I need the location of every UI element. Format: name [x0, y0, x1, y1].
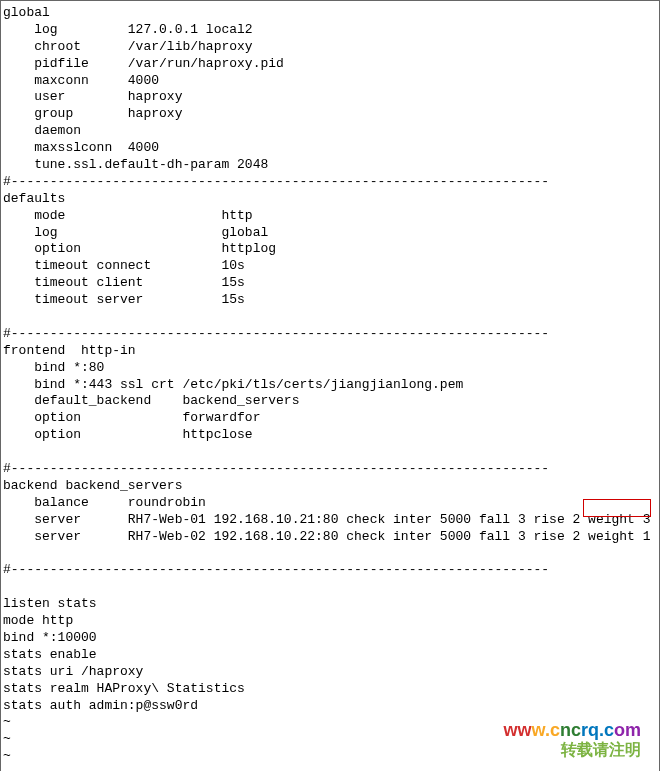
section-global-line: chroot /var/lib/haproxy	[3, 39, 657, 56]
section-global-line: user haproxy	[3, 89, 657, 106]
section-defaults-line: timeout connect 10s	[3, 258, 657, 275]
section-defaults-header: defaults	[3, 191, 657, 208]
blank-line	[3, 444, 657, 461]
vim-empty-line: ~	[3, 714, 657, 731]
section-defaults-line: log global	[3, 225, 657, 242]
section-listen-line: listen stats	[3, 596, 657, 613]
section-defaults-line: timeout client 15s	[3, 275, 657, 292]
blank-line	[3, 579, 657, 596]
blank-line	[3, 546, 657, 563]
section-listen-line: stats enable	[3, 647, 657, 664]
vim-empty-line: ~	[3, 731, 657, 748]
section-global-header: global	[3, 5, 657, 22]
section-global-line: log 127.0.0.1 local2	[3, 22, 657, 39]
config-file-view: global log 127.0.0.1 local2 chroot /var/…	[0, 0, 660, 771]
section-backend-line: balance roundrobin	[3, 495, 657, 512]
section-global-line: maxconn 4000	[3, 73, 657, 90]
section-frontend-line: option httpclose	[3, 427, 657, 444]
section-frontend-line: bind *:443 ssl crt /etc/pki/tls/certs/ji…	[3, 377, 657, 394]
section-global-line: maxsslconn 4000	[3, 140, 657, 157]
section-listen-line: mode http	[3, 613, 657, 630]
section-backend-line: server RH7-Web-02 192.168.10.22:80 check…	[3, 529, 657, 546]
section-global-line: daemon	[3, 123, 657, 140]
section-backend-line: server RH7-Web-01 192.168.10.21:80 check…	[3, 512, 657, 529]
section-defaults-line: timeout server 15s	[3, 292, 657, 309]
section-defaults-line: option httplog	[3, 241, 657, 258]
section-global-line: tune.ssl.default-dh-param 2048	[3, 157, 657, 174]
separator: #---------------------------------------…	[3, 174, 657, 191]
blank-line	[3, 309, 657, 326]
vim-empty-line: ~	[3, 748, 657, 765]
section-backend-header: backend backend_servers	[3, 478, 657, 495]
section-frontend-header: frontend http-in	[3, 343, 657, 360]
section-frontend-line: option forwardfor	[3, 410, 657, 427]
section-global-line: pidfile /var/run/haproxy.pid	[3, 56, 657, 73]
section-listen-line: stats uri /haproxy	[3, 664, 657, 681]
section-global-line: group haproxy	[3, 106, 657, 123]
section-frontend-line: bind *:80	[3, 360, 657, 377]
section-listen-line: stats realm HAProxy\ Statistics	[3, 681, 657, 698]
section-listen-line: bind *:10000	[3, 630, 657, 647]
separator: #---------------------------------------…	[3, 326, 657, 343]
section-listen-line: stats auth admin:p@ssw0rd	[3, 698, 657, 715]
separator: #---------------------------------------…	[3, 461, 657, 478]
section-frontend-line: default_backend backend_servers	[3, 393, 657, 410]
section-defaults-line: mode http	[3, 208, 657, 225]
separator: #---------------------------------------…	[3, 562, 657, 579]
vim-empty-line: ~	[3, 765, 657, 771]
